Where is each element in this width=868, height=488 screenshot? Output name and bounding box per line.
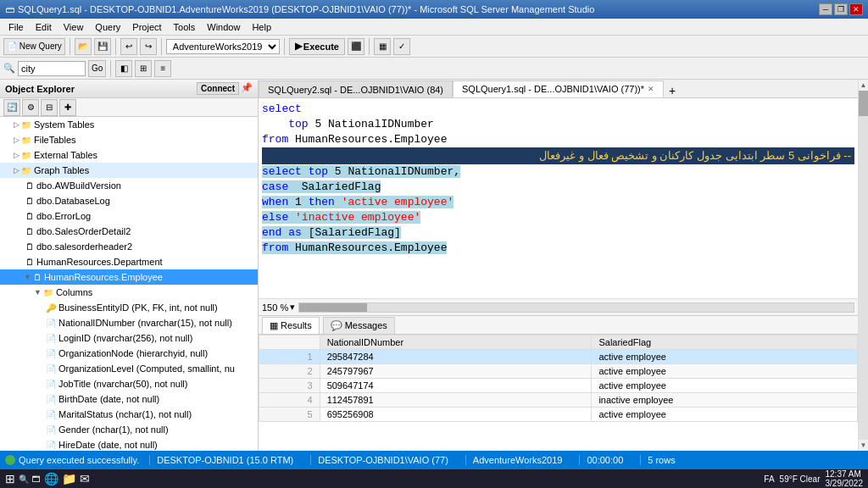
tab-query1[interactable]: SQLQuery1.sql - DE...OJBNID1\VAIO (77))*… (453, 80, 664, 97)
menu-window[interactable]: Window (202, 20, 245, 34)
tree-item[interactable]: 🗒HumanResources.Department (0, 254, 258, 269)
undo-btn[interactable]: ↩ (120, 38, 137, 55)
connect-button[interactable]: Connect (197, 82, 239, 95)
horizontal-scrollbar[interactable] (298, 302, 854, 313)
tree-item[interactable]: 🗒dbo.DatabaseLog (0, 193, 258, 208)
expand-icon[interactable]: ▷ (14, 120, 19, 129)
messages-tab[interactable]: 💬 Messages (323, 317, 395, 334)
close-button[interactable]: ✕ (849, 3, 863, 15)
col-nationalid: NationalIDNumber (320, 336, 592, 350)
redo-btn[interactable]: ↪ (140, 38, 157, 55)
tree-item[interactable]: 🗒dbo.SalesOrderDetail2 (0, 224, 258, 239)
menu-tools[interactable]: Tools (169, 20, 201, 34)
tree-node-icon: 📄 (46, 334, 56, 343)
expand-icon[interactable]: ▷ (14, 136, 19, 144)
tree-item[interactable]: ▷📁System Tables (0, 117, 258, 132)
tab1-close-icon[interactable]: ✕ (648, 85, 654, 93)
db-selector[interactable]: AdventureWorks2019 (166, 39, 280, 54)
sql-editor[interactable]: select top 5 NationalIDNumber from Human… (259, 98, 858, 298)
results-btn[interactable]: ▦ (374, 38, 391, 55)
mail-icon[interactable]: ✉ (80, 472, 90, 485)
go-btn[interactable]: Go (88, 60, 106, 77)
oe-filter-btn[interactable]: ⚙ (22, 99, 39, 116)
tb2-btn3[interactable]: ≡ (154, 60, 171, 77)
cell-salariedflag: inactive employee (592, 393, 858, 408)
tree-item[interactable]: 📄OrganizationLevel (Computed, smallint, … (0, 361, 258, 376)
execute-button[interactable]: ▶ Execute (289, 38, 345, 55)
task-view-icon[interactable]: 🗔 (32, 474, 41, 484)
tree-item[interactable]: ▷📁FileTables (0, 132, 258, 147)
tree-item[interactable]: 📄Gender (nchar(1), not null) (0, 422, 258, 437)
tree-node-icon: 🗒 (25, 258, 34, 267)
tree-item[interactable]: 📄MaritalStatus (nchar(1), not null) (0, 407, 258, 422)
oe-new-btn[interactable]: ✚ (59, 99, 76, 116)
menu-view[interactable]: View (58, 20, 89, 34)
expand-icon[interactable]: ▷ (14, 151, 19, 159)
results-tab[interactable]: ▦ Results (262, 317, 320, 334)
oe-collapse-btn[interactable]: ⊟ (41, 99, 58, 116)
tree-node-label: HumanResources.Department (36, 257, 163, 267)
tree-item[interactable]: 📄OrganizationNode (hierarchyid, null) (0, 346, 258, 361)
new-query-btn[interactable]: 📄 New Query (3, 38, 65, 55)
expand-icon[interactable]: ▼ (34, 288, 42, 297)
status-db: AdventureWorks2019 (465, 455, 570, 465)
oe-pin-icon[interactable]: 📌 (241, 82, 253, 95)
menu-file[interactable]: File (3, 20, 29, 34)
edge-icon[interactable]: 🌐 (44, 472, 58, 485)
scroll-up-arrow[interactable]: ▲ (859, 80, 868, 91)
cell-salariedflag: active employee (592, 408, 858, 422)
tree-node-label: MaritalStatus (nchar(1), not null) (58, 409, 192, 419)
tree-item[interactable]: 🗒dbo.salesorderheader2 (0, 239, 258, 254)
tree-item[interactable]: 🗒dbo.ErrorLog (0, 208, 258, 224)
tree-item[interactable]: ▼📁Columns (0, 285, 258, 300)
explorer-icon[interactable]: 📁 (62, 472, 76, 485)
stop-btn[interactable]: ⬛ (348, 38, 364, 55)
tree-item[interactable]: ▷📁Graph Tables (0, 163, 258, 178)
right-scrollbar[interactable]: ▲ ▼ (858, 80, 868, 451)
tree-item[interactable]: 🔑BusinessEntityID (PK, FK, int, not null… (0, 300, 258, 315)
tb2-btn1[interactable]: ◧ (115, 60, 132, 77)
tree-node-icon: 📄 (46, 319, 56, 328)
menu-project[interactable]: Project (127, 20, 166, 34)
expand-icon[interactable]: ▷ (14, 166, 19, 175)
oe-tree: ▷📁System Tables▷📁FileTables▷📁External Ta… (0, 117, 258, 451)
cell-nationalid: 695256908 (320, 408, 592, 422)
tree-node-icon: 🔑 (46, 303, 56, 313)
tab-add-button[interactable]: + (664, 84, 681, 97)
tree-item[interactable]: ▷📁External Tables (0, 147, 258, 163)
sql-line-3: from HumanResources.Employee (262, 132, 854, 147)
menu-edit[interactable]: Edit (31, 20, 57, 34)
tree-node-label: HireDate (date, not null) (58, 440, 158, 450)
search-input[interactable] (18, 61, 86, 76)
tab-query2[interactable]: SQLQuery2.sql - DE...OJBNID1\VAIO (84) (259, 80, 453, 97)
tree-item[interactable]: 🗒dbo.AWBuildVersion (0, 178, 258, 193)
tree-node-label: LoginID (nvarchar(256), not null) (58, 333, 192, 343)
save-btn[interactable]: 💾 (94, 38, 111, 55)
tb2-btn2[interactable]: ⊞ (135, 60, 152, 77)
tree-item[interactable]: ▼🗒HumanResources.Employee (0, 269, 258, 285)
menu-help[interactable]: Help (247, 20, 276, 34)
results-table: NationalIDNumber SalariedFlag 1295847284… (259, 335, 858, 451)
parse-btn[interactable]: ✓ (393, 38, 410, 55)
search-taskbar-icon[interactable]: 🔍 (19, 474, 29, 484)
tree-item[interactable]: 📄HireDate (date, not null) (0, 437, 258, 451)
status-bar: Query executed successfully. DESKTOP-OJB… (0, 451, 868, 469)
scroll-down-arrow[interactable]: ▼ (859, 440, 868, 451)
tree-item[interactable]: 📄NationalIDNumber (nvarchar(15), not nul… (0, 315, 258, 330)
minimize-button[interactable]: ─ (819, 3, 832, 15)
oe-refresh-btn[interactable]: 🔄 (3, 99, 20, 116)
zoom-value: 150 % (262, 302, 288, 313)
tree-item[interactable]: 📄LoginID (nvarchar(256), not null) (0, 330, 258, 346)
separator3 (161, 38, 162, 55)
zoom-control[interactable]: 150 % ▾ (262, 302, 295, 313)
open-btn[interactable]: 📂 (75, 38, 92, 55)
restore-button[interactable]: ❐ (834, 3, 848, 15)
expand-icon[interactable]: ▼ (24, 273, 31, 281)
results-grid-icon: ▦ (270, 320, 278, 331)
tree-item[interactable]: 📄BirthDate (date, not null) (0, 391, 258, 407)
tree-item[interactable]: 📄JobTitle (nvarchar(50), not null) (0, 376, 258, 391)
weather-label: 59°F Clear (780, 474, 821, 484)
tree-node-label: System Tables (34, 119, 94, 130)
menu-query[interactable]: Query (90, 20, 125, 34)
start-icon[interactable]: ⊞ (5, 472, 15, 485)
